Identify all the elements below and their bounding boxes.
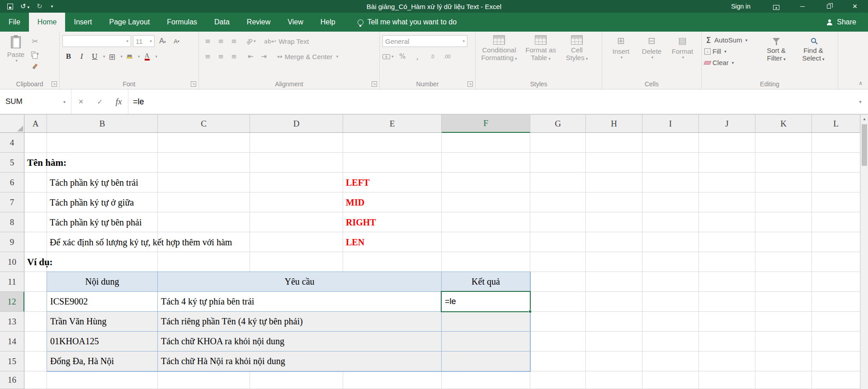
column-header-B[interactable]: B xyxy=(47,115,158,133)
clear-button[interactable]: Clear ▾ xyxy=(704,57,758,68)
row-header-11[interactable]: 11 xyxy=(0,272,24,292)
cell-L4[interactable] xyxy=(812,133,860,153)
decrease-decimal-button[interactable]: .00 xyxy=(441,51,453,62)
cell-A9[interactable] xyxy=(24,232,47,252)
tab-formulas[interactable]: Formulas xyxy=(158,13,206,32)
row-header-10[interactable]: 10 xyxy=(0,252,24,272)
cell-L8[interactable] xyxy=(812,212,860,232)
format-as-table-button[interactable]: Format as Table▾ xyxy=(522,34,560,78)
cell-F10[interactable] xyxy=(442,252,530,272)
cell-I6[interactable] xyxy=(642,173,699,192)
cell-K15[interactable] xyxy=(755,352,812,371)
cell-K7[interactable] xyxy=(755,192,812,212)
name-box-chevron-icon[interactable]: ▾ xyxy=(58,89,71,114)
cell-H4[interactable] xyxy=(586,133,642,153)
row-header-4[interactable]: 4 xyxy=(0,133,24,153)
cell-A12[interactable] xyxy=(24,292,47,312)
cell-J15[interactable] xyxy=(699,352,755,371)
tab-help[interactable]: Help xyxy=(312,13,344,32)
percent-style-button[interactable]: % xyxy=(396,51,409,62)
cell-I11[interactable] xyxy=(642,272,699,292)
cell-L12[interactable] xyxy=(812,292,860,312)
cell-A15[interactable] xyxy=(24,352,47,371)
cell-A14[interactable] xyxy=(24,332,47,352)
cell-E7[interactable] xyxy=(343,192,442,212)
row-header-8[interactable]: 8 xyxy=(0,212,24,232)
cell-L5[interactable] xyxy=(812,153,860,173)
table-cell-B15[interactable]: Đống Đa, Hà Nội xyxy=(47,352,158,371)
cell-H14[interactable] xyxy=(586,332,642,352)
cell-K13[interactable] xyxy=(755,312,812,332)
font-dialog-launcher[interactable]: ↘ xyxy=(191,81,196,87)
cell-K14[interactable] xyxy=(755,332,812,352)
row-header-12[interactable]: 12 xyxy=(0,292,24,312)
font-name-select[interactable]: ▾ xyxy=(62,35,131,47)
cell-H11[interactable] xyxy=(586,272,642,292)
cell-A10[interactable] xyxy=(24,252,47,272)
cell-H12[interactable] xyxy=(586,292,642,312)
cell-I14[interactable] xyxy=(642,332,699,352)
cell-A7[interactable] xyxy=(24,192,47,212)
align-middle-button[interactable]: ≡ xyxy=(215,35,227,47)
column-header-H[interactable]: H xyxy=(586,115,642,133)
cell-J16[interactable] xyxy=(699,371,755,389)
conditional-formatting-button[interactable]: Conditional Formatting▾ xyxy=(478,34,520,78)
cell-A8[interactable] xyxy=(24,212,47,232)
align-bottom-button[interactable]: ≡ xyxy=(228,35,240,47)
cell-F7[interactable] xyxy=(442,192,530,212)
align-left-button[interactable]: ≡ xyxy=(202,51,214,62)
cell-C16[interactable] xyxy=(158,371,250,389)
tab-review[interactable]: Review xyxy=(238,13,279,32)
wrap-text-button[interactable]: ab↩ Wrap Text xyxy=(264,37,309,45)
cell-H15[interactable] xyxy=(586,352,642,371)
cell-L9[interactable] xyxy=(812,232,860,252)
cell-B10[interactable] xyxy=(47,252,158,272)
cell-I12[interactable] xyxy=(642,292,699,312)
vertical-scrollbar-thumb[interactable] xyxy=(862,124,867,166)
cell-E6[interactable] xyxy=(343,173,442,192)
delete-cells-button[interactable]: ⊟ Delete ▾ xyxy=(637,34,666,78)
cell-G13[interactable] xyxy=(530,312,586,332)
cell-D4[interactable] xyxy=(250,133,343,153)
collapse-ribbon-button[interactable]: ∧ xyxy=(859,80,863,86)
cell-F6[interactable] xyxy=(442,173,530,192)
ribbon-display-options-button[interactable]: ▴ xyxy=(763,0,789,13)
cell-B4[interactable] xyxy=(47,133,158,153)
row-header-16[interactable]: 16 xyxy=(0,371,24,389)
cell-L16[interactable] xyxy=(812,371,860,389)
cell-G12[interactable] xyxy=(530,292,586,312)
cell-B9[interactable] xyxy=(47,232,158,252)
cell-J14[interactable] xyxy=(699,332,755,352)
minimize-button[interactable]: ─ xyxy=(789,0,816,13)
cell-L11[interactable] xyxy=(812,272,860,292)
number-format-select[interactable]: General▾ xyxy=(382,35,467,47)
fill-button[interactable]: ↓ Fill ▾ xyxy=(704,46,758,57)
cell-D10[interactable] xyxy=(250,252,343,272)
sort-filter-button[interactable]: Sort & Filter▾ xyxy=(758,34,795,78)
cell-D8[interactable] xyxy=(250,212,343,232)
undo-button[interactable]: ↺▾ xyxy=(20,3,29,10)
scroll-up-icon[interactable]: ▲ xyxy=(861,115,868,123)
cell-H10[interactable] xyxy=(586,252,642,272)
accounting-format-button[interactable]: $▾ xyxy=(382,54,394,59)
increase-font-size-button[interactable]: A▴ xyxy=(156,35,169,47)
cell-L7[interactable] xyxy=(812,192,860,212)
cell-F4[interactable] xyxy=(442,133,530,153)
cell-K5[interactable] xyxy=(755,153,812,173)
cell-K12[interactable] xyxy=(755,292,812,312)
fill-handle[interactable] xyxy=(528,310,532,313)
cell-H6[interactable] xyxy=(586,173,642,192)
underline-button[interactable]: U xyxy=(89,51,101,62)
table-cell-C15[interactable]: Tách chữ Hà Nội ra khỏi nội dung xyxy=(158,352,442,371)
cancel-button[interactable]: × xyxy=(71,89,90,114)
cell-J9[interactable] xyxy=(699,232,755,252)
font-color-button[interactable]: A xyxy=(141,51,153,62)
tab-data[interactable]: Data xyxy=(206,13,238,32)
cut-button[interactable]: ✂ xyxy=(29,35,41,47)
tab-view[interactable]: View xyxy=(279,13,311,32)
alignment-dialog-launcher[interactable]: ↘ xyxy=(372,81,377,87)
cell-G16[interactable] xyxy=(530,371,586,389)
cell-A16[interactable] xyxy=(24,371,47,389)
align-right-button[interactable]: ≡ xyxy=(228,51,240,62)
underline-chevron-icon[interactable]: ▾ xyxy=(103,54,105,59)
